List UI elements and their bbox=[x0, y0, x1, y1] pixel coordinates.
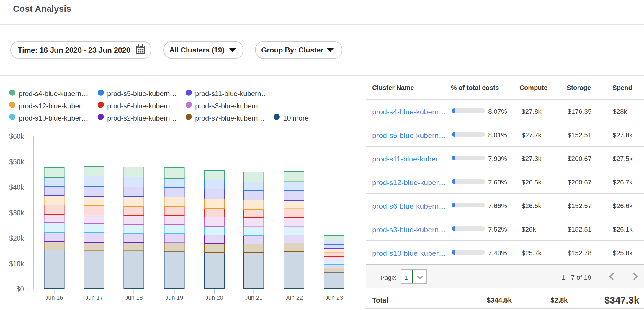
svg-text:$40k: $40k bbox=[9, 184, 24, 191]
svg-text:Jun 16: Jun 16 bbox=[45, 294, 63, 301]
svg-text:$30k: $30k bbox=[9, 209, 24, 217]
svg-text:$10k: $10k bbox=[9, 260, 24, 268]
svg-text:Jun 21: Jun 21 bbox=[245, 294, 262, 301]
svg-text:Jun 18: Jun 18 bbox=[125, 294, 143, 301]
svg-text:$60k: $60k bbox=[9, 133, 24, 140]
svg-text:Jun 23: Jun 23 bbox=[325, 294, 343, 301]
svg-text:$0: $0 bbox=[16, 285, 24, 293]
svg-text:Jun 19: Jun 19 bbox=[165, 294, 183, 301]
svg-text:Jun 17: Jun 17 bbox=[85, 294, 103, 301]
svg-text:Jun 22: Jun 22 bbox=[285, 294, 303, 301]
svg-text:Jun 20: Jun 20 bbox=[205, 294, 223, 301]
svg-text:$20k: $20k bbox=[9, 235, 24, 242]
svg-text:$50k: $50k bbox=[9, 158, 24, 166]
